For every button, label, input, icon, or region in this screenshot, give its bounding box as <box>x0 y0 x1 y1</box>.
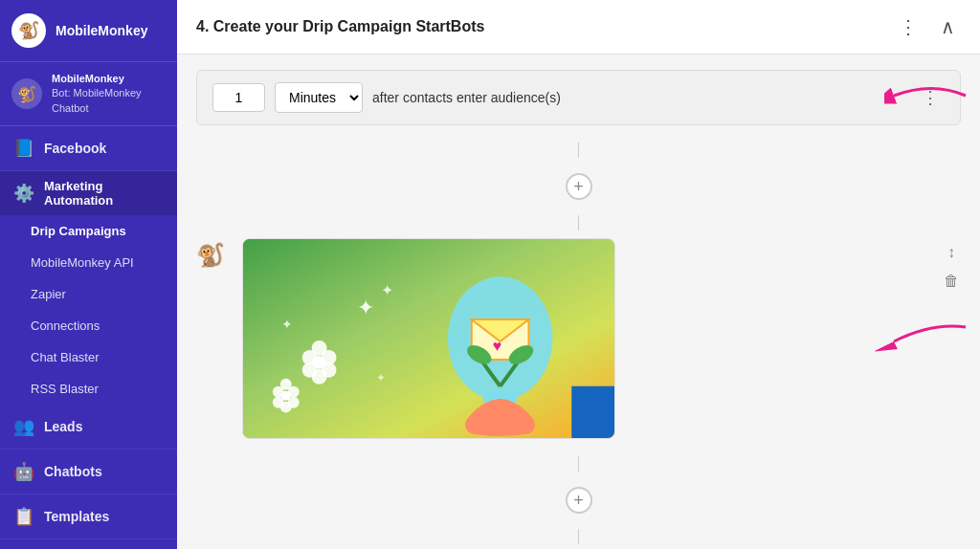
sidebar-item-marketing-automation[interactable]: ⚙️ Marketing Automation <box>0 171 177 215</box>
zapier-label: Zapier <box>31 287 66 301</box>
sidebar-item-facebook-label: Facebook <box>44 141 106 156</box>
timing-more-options-button[interactable]: ⋮ <box>916 85 945 110</box>
rss-blaster-label: RSS Blaster <box>31 382 99 396</box>
chatbots-icon: 🤖 <box>13 461 34 482</box>
plus-divider-top <box>196 135 961 165</box>
sidebar-sub-zapier[interactable]: Zapier <box>0 278 177 310</box>
timing-unit-select[interactable]: Minutes Hours Days <box>275 82 363 113</box>
svg-rect-32 <box>513 415 521 434</box>
sidebar-item-templates-label: Templates <box>44 509 109 524</box>
plus-divider-mid <box>196 449 961 479</box>
plus-divider-mid2 <box>196 521 961 549</box>
main-header: 4. Create your Drip Campaign StartBots ⋮… <box>177 0 980 55</box>
sidebar-brand[interactable]: 🐒 MobileMonkey <box>0 0 177 62</box>
sidebar-sub-rss-blaster[interactable]: RSS Blaster <box>0 373 177 405</box>
sidebar-item-leads-label: Leads <box>44 419 82 434</box>
image-delete-button[interactable]: 🗑 <box>942 271 961 292</box>
svg-rect-29 <box>476 415 483 434</box>
svg-point-8 <box>313 356 326 369</box>
main-title: 4. Create your Drip Campaign StartBots <box>196 18 484 35</box>
sidebar: 🐒 MobileMonkey 🐒 MobileMonkey Bot: Mobil… <box>0 0 177 549</box>
svg-rect-31 <box>501 413 508 434</box>
sidebar-sub-mobilemonkey-api[interactable]: MobileMonkey API <box>0 247 177 278</box>
leads-icon: 👥 <box>13 416 34 437</box>
monkey-avatar-image: 🐒 <box>196 242 231 276</box>
timing-row-wrapper: 1 Minutes Hours Days after contacts ente… <box>196 70 961 125</box>
svg-text:✦: ✦ <box>281 317 293 332</box>
user-avatar: 🐒 <box>11 78 42 109</box>
svg-text:✦: ✦ <box>357 296 374 319</box>
header-actions: ⋮ ∧ <box>893 13 961 40</box>
add-step-button-top[interactable]: + <box>566 173 592 200</box>
add-step-button-mid[interactable]: + <box>566 487 592 514</box>
svg-text:♥: ♥ <box>493 338 501 354</box>
sidebar-item-templates[interactable]: 📋 Templates <box>0 494 177 539</box>
main-content: 1 Minutes Hours Days after contacts ente… <box>177 55 980 549</box>
facebook-icon: 📘 <box>13 138 34 159</box>
timing-row: 1 Minutes Hours Days after contacts ente… <box>196 70 961 125</box>
brand-logo: 🐒 <box>11 13 46 48</box>
brand-name: MobileMonkey <box>56 23 147 39</box>
timing-after-text: after contacts enter audience(s) <box>372 90 906 105</box>
chat-blaster-label: Chat Blaster <box>31 350 100 364</box>
image-message-content: ✦ ✦ ✦ ✦ <box>242 238 930 439</box>
sidebar-item-leads[interactable]: 👥 Leads <box>0 405 177 450</box>
marketing-automation-icon: ⚙️ <box>13 183 34 204</box>
main: 4. Create your Drip Campaign StartBots ⋮… <box>177 0 980 549</box>
header-title: Create your Drip Campaign StartBots <box>213 18 485 34</box>
plus-divider-top2 <box>196 208 961 238</box>
sidebar-item-chatbots-label: Chatbots <box>44 464 102 479</box>
svg-rect-20 <box>571 386 614 438</box>
plus-circle-top[interactable]: + <box>196 165 961 208</box>
timing-value-input[interactable]: 1 <box>212 83 265 112</box>
user-section[interactable]: 🐒 MobileMonkey Bot: MobileMonkey Chatbot <box>0 62 177 126</box>
image-block-wrapper: 🐒 <box>196 238 961 439</box>
user-bot-label: Bot: MobileMonkey <box>52 86 142 100</box>
more-options-button[interactable]: ⋮ <box>893 13 924 40</box>
image-message-block: 🐒 <box>196 238 961 439</box>
user-name: MobileMonkey <box>52 72 142 86</box>
svg-rect-30 <box>488 413 496 434</box>
svg-text:✦: ✦ <box>376 371 386 384</box>
user-info: MobileMonkey Bot: MobileMonkey Chatbot <box>52 72 142 116</box>
image-block-controls: ↕ 🗑 <box>942 242 961 292</box>
collapse-button[interactable]: ∧ <box>935 13 961 40</box>
svg-point-15 <box>281 391 291 401</box>
image-move-button[interactable]: ↕ <box>946 242 957 263</box>
sidebar-item-facebook[interactable]: 📘 Facebook <box>0 126 177 171</box>
mobilemonkey-api-label: MobileMonkey API <box>31 255 134 270</box>
step-number: 4. <box>196 18 209 34</box>
sidebar-item-marketing-automation-label: Marketing Automation <box>44 179 164 208</box>
image-card[interactable]: ✦ ✦ ✦ ✦ <box>242 238 615 439</box>
connections-label: Connections <box>31 318 100 333</box>
image-placeholder: ✦ ✦ ✦ ✦ <box>243 239 614 438</box>
sidebar-sub-chat-blaster[interactable]: Chat Blaster <box>0 341 177 373</box>
user-chatbot-label: Chatbot <box>52 101 142 116</box>
templates-icon: 📋 <box>13 506 34 527</box>
brand-logo-icon: 🐒 <box>18 20 39 41</box>
sidebar-sub-connections[interactable]: Connections <box>0 310 177 341</box>
sidebar-sub-drip-campaigns[interactable]: Drip Campaigns <box>0 215 177 247</box>
plus-circle-mid[interactable]: + <box>196 479 961 521</box>
svg-rect-1 <box>243 239 614 438</box>
illustration-svg: ✦ ✦ ✦ ✦ <box>243 239 614 438</box>
sidebar-item-chatbots[interactable]: 🤖 Chatbots <box>0 450 177 494</box>
drip-campaigns-label: Drip Campaigns <box>31 224 126 238</box>
svg-text:✦: ✦ <box>381 282 393 298</box>
